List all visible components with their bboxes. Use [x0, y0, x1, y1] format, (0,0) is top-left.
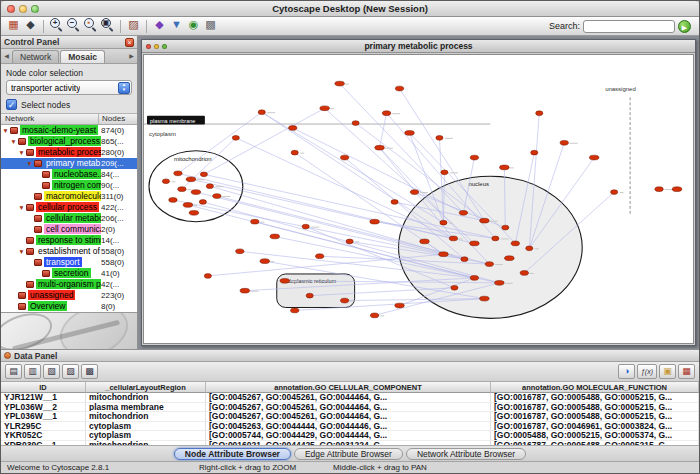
search-input[interactable] [583, 20, 675, 33]
network-node[interactable] [289, 126, 297, 131]
network-node[interactable] [505, 256, 515, 261]
network-node[interactable] [420, 239, 430, 244]
nucleus-region[interactable] [399, 176, 583, 318]
table-row[interactable]: YKR052Ccytoplasm[GO:0005744, GO:0044429,… [1, 431, 699, 441]
tab-mosaic[interactable]: Mosaic [60, 50, 105, 63]
network-node[interactable] [459, 210, 467, 215]
network-column-header[interactable]: Network [1, 114, 99, 124]
tree-item[interactable]: ▼metabolic process280(0) [1, 147, 137, 158]
vizmapper-icon[interactable]: ◆ [151, 16, 168, 33]
tree-item[interactable]: ▼primary metab209(... [1, 158, 137, 169]
column-header[interactable]: annotation.GO MOLECULAR_FUNCTION [491, 382, 699, 393]
network-node[interactable] [306, 293, 313, 298]
network-node[interactable] [346, 239, 353, 244]
table-row[interactable]: YPL036W__2plasma membrane[GO:0045267, GO… [1, 403, 699, 413]
network-node[interactable] [470, 276, 478, 281]
function-builder-icon[interactable]: ƒ(x) [637, 364, 657, 379]
network-node[interactable] [270, 234, 280, 239]
network-node[interactable] [280, 278, 290, 283]
tab-scroll-right-icon[interactable]: ▶ [127, 50, 136, 63]
network-node[interactable] [441, 170, 448, 175]
tree-item[interactable]: cellular metabo206(... [1, 213, 137, 224]
network-node[interactable] [236, 249, 244, 254]
network-node[interactable] [495, 280, 505, 285]
attribute-chart-icon[interactable]: ◑ [618, 364, 635, 379]
import-attributes-icon[interactable]: ▩ [81, 364, 98, 379]
tree-item[interactable]: ▼establishment of lo558(0) [1, 246, 137, 257]
tree-item[interactable]: nucleobase...84(... [1, 169, 137, 180]
tree-item[interactable]: Overview8(0) [1, 301, 137, 312]
select-nodes-checkbox[interactable]: ✓ [6, 99, 17, 110]
network-node[interactable] [169, 198, 177, 203]
delete-table-icon[interactable]: ▦ [678, 364, 695, 379]
network-node[interactable] [451, 285, 458, 290]
network-node[interactable] [500, 165, 510, 170]
network-node[interactable] [480, 296, 490, 301]
network-node[interactable] [186, 177, 196, 182]
tree-item[interactable]: transport558(0) [1, 257, 137, 268]
annotation-icon[interactable]: ▨ [125, 16, 142, 33]
unselect-attributes-icon[interactable]: ▥ [24, 364, 41, 379]
network-node[interactable] [240, 288, 250, 293]
new-session-icon[interactable]: ▦ [5, 16, 22, 33]
expander-icon[interactable]: ▼ [17, 149, 26, 156]
search-go-icon[interactable]: ▶ [678, 20, 691, 33]
control-panel-close-icon[interactable]: × [125, 38, 134, 47]
table-row[interactable]: YLR295Ccytoplasm[GO:0045263, GO:0044444,… [1, 422, 699, 432]
tree-item[interactable]: ▼biological_process865(... [1, 136, 137, 147]
network-node[interactable] [589, 155, 599, 160]
table-row[interactable]: YPL036W__1mitochondrion[GO:0045267, GO:0… [1, 412, 699, 422]
network-edge[interactable] [380, 113, 387, 148]
network-node[interactable] [232, 135, 239, 140]
open-attribute-file-icon[interactable]: ▣ [659, 364, 676, 379]
tab-network[interactable]: Network [12, 50, 59, 63]
network-node[interactable] [204, 274, 211, 279]
network-node[interactable] [382, 111, 390, 116]
network-node[interactable] [395, 303, 405, 308]
network-node[interactable] [526, 246, 533, 251]
network-node[interactable] [178, 187, 186, 192]
network-node[interactable] [251, 219, 259, 224]
tree-item[interactable]: secretion41(0) [1, 268, 137, 279]
network-node[interactable] [391, 200, 398, 205]
network-node[interactable] [162, 179, 169, 184]
network-node[interactable] [470, 241, 480, 246]
network-node[interactable] [206, 184, 213, 189]
open-session-icon[interactable]: ◆ [22, 16, 39, 33]
layout-icon[interactable]: ◉ [185, 16, 202, 33]
expander-icon[interactable]: ▼ [1, 127, 10, 134]
expander-icon[interactable]: ▼ [17, 248, 26, 255]
network-node[interactable] [291, 308, 299, 313]
network-node[interactable] [492, 236, 499, 241]
network-node[interactable] [183, 203, 193, 208]
network-node[interactable] [189, 210, 199, 215]
network-node[interactable] [352, 121, 359, 126]
network-node[interactable] [439, 252, 449, 257]
nodes-column-header[interactable]: Nodes [99, 114, 137, 124]
network-node[interactable] [375, 145, 385, 150]
network-node[interactable] [436, 135, 443, 140]
network-node[interactable] [511, 241, 519, 246]
network-node[interactable] [461, 257, 468, 262]
network-node[interactable] [655, 187, 663, 192]
network-node[interactable] [449, 236, 457, 241]
network-node[interactable] [370, 313, 378, 318]
network-node[interactable] [260, 259, 270, 264]
zoom-out-icon[interactable]: − [65, 16, 82, 33]
data-panel-float-icon[interactable] [4, 352, 11, 359]
network-overview-thumbnail[interactable] [1, 312, 137, 349]
network-node[interactable] [485, 262, 493, 267]
delete-attribute-icon[interactable]: ▨ [62, 364, 79, 379]
network-node[interactable] [340, 155, 348, 160]
filter-icon[interactable]: ▼ [168, 16, 185, 33]
tree-item[interactable]: unassigned223(0) [1, 290, 137, 301]
tab-network-attribute-browser[interactable]: Network Attribute Browser [406, 448, 526, 460]
expander-icon[interactable]: ▼ [25, 160, 34, 167]
tab-edge-attribute-browser[interactable]: Edge Attribute Browser [294, 448, 403, 460]
network-node[interactable] [335, 81, 345, 86]
zoom-fit-icon[interactable]: ▣ [99, 16, 116, 33]
network-node[interactable] [520, 271, 528, 276]
tree-item[interactable]: ▼cellular process422(... [1, 202, 137, 213]
table-row[interactable]: YJR121W__1mitochondrion[GO:0045267, GO:0… [1, 393, 699, 403]
network-node[interactable] [340, 298, 348, 303]
